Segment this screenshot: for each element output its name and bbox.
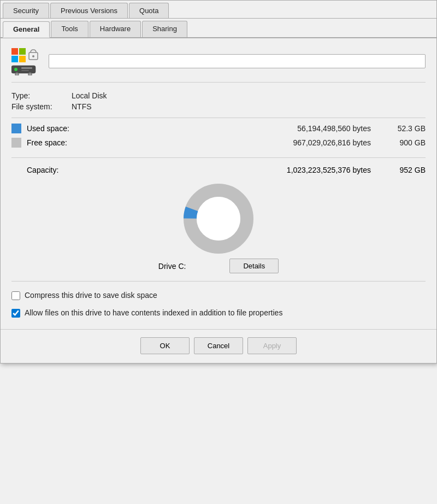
index-checkbox-row: Allow files on this drive to have conten… — [11, 308, 426, 319]
properties-dialog: Security Previous Versions Quota General… — [0, 0, 437, 364]
free-space-gb: 900 GB — [382, 138, 426, 147]
tab-bar-bottom: General Tools Hardware Sharing — [1, 19, 436, 38]
drive-icon — [11, 47, 42, 75]
header-separator — [11, 82, 426, 83]
used-space-row: Used space: 56,194,498,560 bytes 52.3 GB — [11, 124, 426, 133]
used-space-gb: 52.3 GB — [382, 124, 426, 133]
cancel-button[interactable]: Cancel — [194, 337, 243, 354]
svg-point-5 — [32, 55, 34, 57]
index-checkbox[interactable] — [11, 309, 20, 318]
drive-icon-svg — [11, 47, 42, 75]
tab-sharing[interactable]: Sharing — [142, 21, 187, 37]
filesystem-value: NTFS — [72, 102, 92, 111]
tab-bar-top: Security Previous Versions Quota — [1, 1, 436, 19]
drive-label-row: Drive C: Details — [11, 259, 426, 281]
type-value: Local Disk — [72, 91, 107, 100]
compress-label[interactable]: Compress this drive to save disk space — [25, 290, 157, 301]
svg-rect-3 — [19, 56, 26, 62]
svg-point-16 — [197, 197, 240, 241]
capacity-row: Capacity: 1,023,223,525,376 bytes 952 GB — [11, 166, 426, 174]
button-row: OK Cancel Apply — [1, 329, 436, 363]
svg-rect-8 — [21, 67, 32, 69]
capacity-gb: 952 GB — [382, 166, 426, 174]
used-space-bytes: 56,194,498,560 bytes — [87, 124, 382, 133]
tab-hardware[interactable]: Hardware — [90, 21, 141, 37]
capacity-section: Capacity: 1,023,223,525,376 bytes 952 GB — [11, 158, 426, 282]
capacity-bytes: 1,023,223,525,376 bytes — [81, 166, 382, 174]
svg-point-12 — [16, 74, 18, 75]
free-space-bytes: 967,029,026,816 bytes — [87, 138, 382, 147]
used-space-label: Used space: — [27, 124, 87, 133]
tab-previous-versions[interactable]: Previous Versions — [50, 3, 128, 18]
type-label: Type: — [11, 91, 72, 100]
filesystem-row: File system: NTFS — [11, 102, 426, 111]
content-area: Type: Local Disk File system: NTFS Used … — [1, 38, 436, 329]
drive-name-input[interactable] — [49, 54, 426, 68]
details-button[interactable]: Details — [229, 259, 279, 273]
tab-general[interactable]: General — [3, 21, 50, 38]
svg-rect-2 — [11, 56, 18, 62]
info-section: Type: Local Disk File system: NTFS — [11, 87, 426, 118]
filesystem-label: File system: — [11, 102, 72, 111]
svg-point-7 — [14, 68, 17, 71]
free-space-label: Free space: — [27, 138, 87, 147]
drive-label: Drive C: — [158, 262, 186, 271]
space-section: Used space: 56,194,498,560 bytes 52.3 GB… — [11, 118, 426, 158]
tab-tools[interactable]: Tools — [51, 21, 88, 37]
svg-point-13 — [29, 74, 31, 75]
capacity-label: Capacity: — [11, 166, 81, 174]
compress-checkbox-row: Compress this drive to save disk space — [11, 290, 426, 301]
type-row: Type: Local Disk — [11, 91, 426, 100]
svg-rect-9 — [21, 70, 29, 71]
svg-rect-0 — [11, 48, 18, 55]
free-color-box — [11, 138, 21, 148]
tab-quota[interactable]: Quota — [129, 3, 169, 18]
checkbox-section: Compress this drive to save disk space A… — [11, 282, 426, 329]
ok-button[interactable]: OK — [140, 337, 190, 354]
tab-security[interactable]: Security — [3, 3, 49, 18]
index-label[interactable]: Allow files on this drive to have conten… — [25, 308, 282, 319]
apply-button[interactable]: Apply — [247, 337, 297, 354]
donut-section — [11, 174, 426, 259]
used-color-box — [11, 124, 21, 133]
donut-chart — [183, 183, 254, 254]
free-space-row: Free space: 967,029,026,816 bytes 900 GB — [11, 138, 426, 148]
svg-rect-1 — [19, 48, 26, 55]
drive-header — [11, 47, 426, 75]
compress-checkbox[interactable] — [11, 291, 20, 300]
